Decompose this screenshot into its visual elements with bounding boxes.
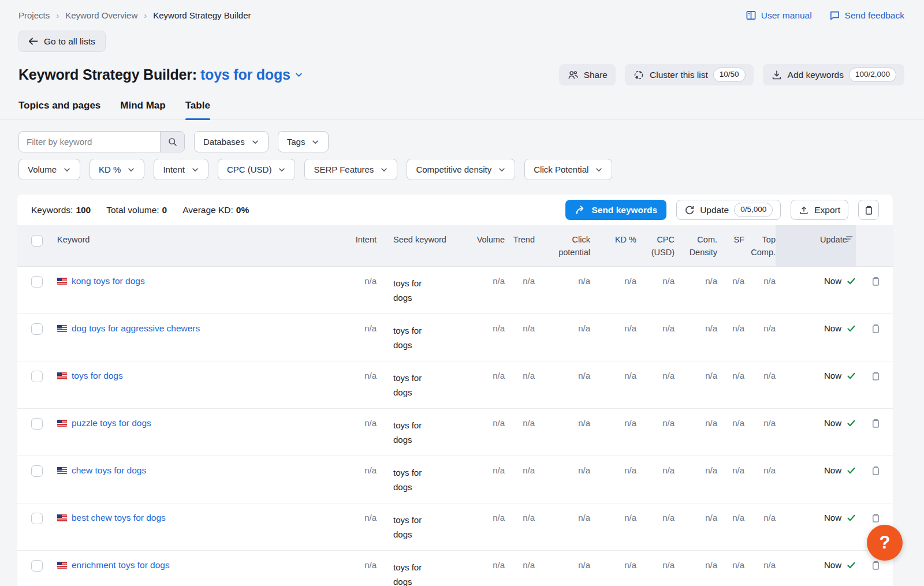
intent-cell: n/a [341,361,377,408]
updated-check-icon [847,372,856,380]
filters-row-2: Volume KD % Intent CPC (USD) SERP Featur… [18,159,906,180]
keyword-link[interactable]: enrichment toys for dogs [72,560,170,570]
trash-icon [871,323,881,334]
average-kd-stat: Average KD:0% [182,205,249,215]
cluster-this-list-button[interactable]: Cluster this list 10/50 [625,64,754,85]
search-button[interactable] [160,132,184,152]
search-icon [167,137,178,147]
title-row: Keyword Strategy Builder:toys for dogs S… [18,64,904,85]
add-keywords-count-badge: 100/2,000 [849,68,896,81]
column-header-trend[interactable]: Trend [505,225,535,266]
user-manual-link[interactable]: User manual [746,10,812,21]
top-comp-cell: n/a [744,266,776,313]
column-header-kd[interactable]: KD % [590,225,636,266]
intent-cell: n/a [341,550,377,586]
delete-row-button[interactable] [871,513,881,523]
add-keywords-button[interactable]: Add keywords 100/2,000 [763,64,904,85]
kd-cell: n/a [590,313,636,361]
delete-row-button[interactable] [871,371,881,381]
click-potential-cell: n/a [535,313,590,361]
cpc-cell: n/a [636,361,675,408]
send-feedback-link[interactable]: Send feedback [829,10,904,21]
delete-row-button[interactable] [871,276,881,286]
serp-features-filter[interactable]: SERP Features [304,159,397,180]
chevron-down-icon [63,166,71,174]
row-checkbox[interactable] [31,276,43,288]
keyword-link[interactable]: chew toys for dogs [72,465,146,476]
seed-keyword-cell: toys for dogs [377,456,462,503]
updated-cell: Now [776,456,856,503]
column-header-updated[interactable]: Updated [776,225,856,266]
delete-row-button[interactable] [871,560,881,570]
seed-keyword-cell: toys for dogs [377,313,462,361]
tab-mind-map[interactable]: Mind Map [120,100,165,120]
chevron-down-icon [127,166,135,174]
update-count-badge: 0/5,000 [734,203,773,217]
delete-row-button[interactable] [871,465,881,476]
help-button[interactable]: ? [867,525,903,561]
tab-topics-and-pages[interactable]: Topics and pages [18,100,100,120]
share-button[interactable]: Share [559,64,616,85]
export-label: Export [814,205,840,215]
delete-list-button[interactable] [858,200,879,220]
list-name-dropdown[interactable]: toys for dogs [200,66,303,83]
export-button[interactable]: Export [791,200,848,220]
column-header-volume[interactable]: Volume [462,225,505,266]
row-checkbox[interactable] [31,323,43,335]
cpc-filter[interactable]: CPC (USD) [218,159,296,180]
top-links: User manual Send feedback [746,10,904,21]
feedback-bubble-icon [829,10,840,21]
cluster-label: Cluster this list [650,70,708,80]
click-potential-filter[interactable]: Click Potential [524,159,612,180]
filters-row-1: Databases Tags [18,131,906,152]
kd-filter[interactable]: KD % [90,159,144,180]
keywords-count-stat: Keywords:100 [31,205,91,215]
column-header-seed-keyword[interactable]: Seed keyword [377,225,462,266]
top-comp-cell: n/a [744,550,776,586]
breadcrumb-projects[interactable]: Projects [18,10,50,20]
databases-filter[interactable]: Databases [194,131,269,152]
send-keywords-button[interactable]: Send keywords [565,200,666,220]
intent-cell: n/a [341,456,377,503]
chevron-down-icon [380,166,388,174]
column-header-intent[interactable]: Intent [341,225,377,266]
row-checkbox[interactable] [31,371,43,382]
share-users-icon [567,69,579,81]
keyword-link[interactable]: toys for dogs [72,371,123,381]
update-button[interactable]: Update 0/5,000 [676,200,781,220]
keyword-link[interactable]: puzzle toys for dogs [72,418,151,428]
column-header-top-comp[interactable]: Top Comp. [744,225,776,266]
intent-filter[interactable]: Intent [154,159,208,180]
column-header-sf[interactable]: SF [717,225,744,266]
select-all-checkbox[interactable] [31,235,43,247]
download-icon [771,69,783,81]
cpc-cell: n/a [636,266,675,313]
delete-row-button[interactable] [871,323,881,334]
column-header-keyword[interactable]: Keyword [52,225,341,266]
row-checkbox[interactable] [31,513,43,524]
breadcrumb-keyword-overview[interactable]: Keyword Overview [65,10,137,20]
total-volume-stat: Total volume:0 [106,205,167,215]
click-potential-cell: n/a [535,456,590,503]
column-header-click-potential[interactable]: Click potential [535,225,590,266]
go-to-all-lists-button[interactable]: Go to all lists [18,31,106,52]
filter-by-keyword-input[interactable] [19,132,160,152]
tags-filter[interactable]: Tags [278,131,329,152]
keyword-link[interactable]: dog toys for aggressive chewers [72,323,200,334]
volume-filter[interactable]: Volume [18,159,80,180]
click-potential-cell: n/a [535,408,590,456]
table-row: kong toys for dogs n/a toys for dogs n/a… [17,266,893,313]
competitive-density-filter[interactable]: Competitive density [407,159,515,180]
kd-cell: n/a [590,361,636,408]
delete-row-button[interactable] [871,418,881,428]
keyword-link[interactable]: best chew toys for dogs [72,513,166,523]
keyword-link[interactable]: kong toys for dogs [72,276,145,286]
sf-cell: n/a [717,550,744,586]
row-checkbox[interactable] [31,560,43,572]
column-header-com-density[interactable]: Com. Density [675,225,717,266]
row-checkbox[interactable] [31,465,43,477]
row-checkbox[interactable] [31,418,43,430]
tab-table[interactable]: Table [185,100,210,120]
column-header-cpc[interactable]: CPC (USD) [636,225,675,266]
us-flag-icon [57,420,67,427]
